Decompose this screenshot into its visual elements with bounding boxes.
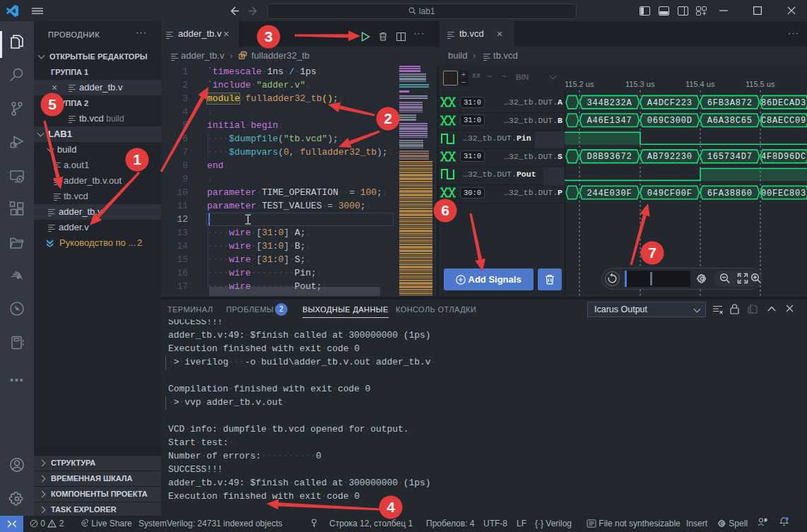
svg-text:244E030F: 244E030F xyxy=(587,189,632,199)
svg-text:049CF00F: 049CF00F xyxy=(647,189,693,199)
svg-text:344B232A: 344B232A xyxy=(587,98,632,108)
svg-text:A6A38C65: A6A38C65 xyxy=(707,116,753,126)
svg-text:A4DCF223: A4DCF223 xyxy=(647,98,693,108)
svg-text:069C300D: 069C300D xyxy=(647,116,693,126)
svg-text:C8AECC09: C8AECC09 xyxy=(761,116,806,126)
svg-text:6FB3A872: 6FB3A872 xyxy=(707,98,753,108)
svg-text:86DECAD3: 86DECAD3 xyxy=(761,98,806,108)
svg-text:165734D7: 165734D7 xyxy=(707,152,753,162)
svg-text:D8B93672: D8B93672 xyxy=(587,152,632,162)
svg-text:AB792230: AB792230 xyxy=(647,152,693,162)
svg-text:00FEC803: 00FEC803 xyxy=(761,189,806,199)
svg-text:A46E1347: A46E1347 xyxy=(587,116,632,126)
svg-text:6FA38860: 6FA38860 xyxy=(707,189,753,199)
svg-text:4F8D96DC: 4F8D96DC xyxy=(761,152,806,162)
